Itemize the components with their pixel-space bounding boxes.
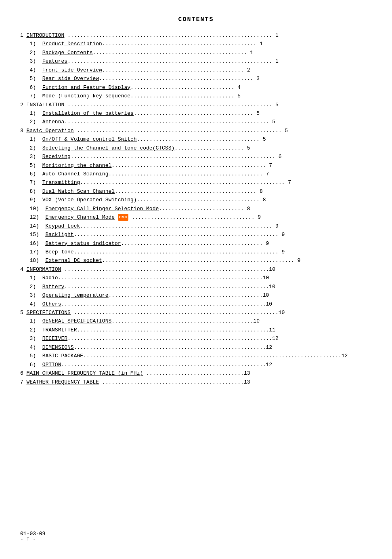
toc-dots: ........................................… [61, 362, 266, 368]
toc-entry[interactable]: 4) Others...............................… [20, 300, 372, 308]
toc-entry[interactable]: 7) Mode (Function) key sequence.........… [20, 92, 372, 100]
toc-entry[interactable]: 12) Emergency Channel Mode EMG .........… [20, 213, 372, 221]
toc-entry[interactable]: 1) Product Description..................… [20, 40, 372, 48]
toc-num: 6) [29, 362, 42, 368]
toc-dots: ...................................... [134, 110, 253, 116]
toc-entry[interactable]: 4 INFORMATION ..........................… [20, 265, 372, 274]
toc-entry[interactable]: 3) Features.............................… [20, 57, 372, 65]
toc-label[interactable]: Monitoring the channel [42, 162, 112, 169]
toc-label[interactable]: TRANSMITTER [42, 327, 77, 333]
toc-label[interactable]: Battery status indicator [45, 240, 121, 247]
toc-entry[interactable]: 14) Keypad Lock.........................… [20, 222, 372, 230]
toc-entry[interactable]: 2) Antenna..............................… [20, 118, 372, 126]
toc-entry[interactable]: 6) Auto Channel Scanning................… [20, 170, 372, 178]
toc-label[interactable]: Others [42, 301, 61, 307]
toc-label[interactable]: Installation of the batteries [42, 110, 134, 116]
toc-label[interactable]: GENERAL SPECIFICATIONS [42, 318, 112, 324]
toc-entry[interactable]: 7) Transmitting.........................… [20, 178, 372, 187]
toc-label[interactable]: Keypad Lock [45, 223, 80, 229]
toc-label[interactable]: Emergency Channel Mode [45, 214, 115, 220]
toc-label[interactable]: Features [42, 58, 67, 64]
toc-label[interactable]: Selecting the Channel and tone code(CTCS… [42, 145, 175, 151]
toc-entry[interactable]: 10) Emergency Call Ringer Selection Mode… [20, 205, 372, 213]
toc-entry[interactable]: 2) Package Contents.....................… [20, 49, 372, 57]
toc-label: BASIC PACKAGE [42, 353, 83, 359]
toc-label[interactable]: Rear side Overview [42, 76, 99, 82]
toc-entry[interactable]: 1) Installation of the batteries........… [20, 109, 372, 118]
toc-page: 5 [244, 145, 250, 151]
toc-label[interactable]: WEATHER FREQUENCY TABLE [27, 379, 99, 385]
toc-label[interactable]: Auto Channel Scanning [42, 171, 109, 177]
toc-num: 6 [20, 370, 27, 376]
toc-label[interactable]: SPECIFICATIONS [27, 310, 71, 316]
toc-entry[interactable]: 18) External DC socket..................… [20, 256, 372, 265]
toc-indent [20, 67, 29, 73]
toc-entry[interactable]: 3) Receiving............................… [20, 152, 372, 161]
toc-entry[interactable]: 5) Rear side Overview...................… [20, 74, 372, 83]
toc-label[interactable]: VOX (Voice Operated Switching) [42, 197, 137, 203]
toc-indent [20, 84, 29, 91]
toc-entry[interactable]: 9) VOX (Voice Operated Switching).......… [20, 196, 372, 204]
toc-entry[interactable]: 3) Operating temperature................… [20, 291, 372, 300]
toc-entry[interactable]: 1 INTRODUCTION .........................… [20, 31, 372, 40]
toc-entry[interactable]: 3) RECEIVER.............................… [20, 334, 372, 343]
toc-entry[interactable]: 3 Basic Operation ......................… [20, 127, 372, 135]
toc-entry[interactable]: 2) Selecting the Channel and tone code(C… [20, 144, 372, 152]
toc-entry[interactable]: 1) On/Off & Volume control Switch.......… [20, 135, 372, 143]
toc-label[interactable]: DIMENSIONS [42, 344, 74, 350]
toc-label[interactable]: INFORMATION [27, 266, 61, 272]
toc-label[interactable]: Backlight [45, 232, 73, 238]
toc-num: 1) [29, 41, 42, 47]
toc-entry[interactable]: 17) Beep tone...........................… [20, 248, 372, 256]
toc-label[interactable]: Transmitting [42, 179, 80, 186]
toc-label[interactable]: Beep tone [45, 249, 73, 255]
toc-page: 1 [256, 41, 263, 47]
toc-entry[interactable]: 6 MAIN CHANNEL FREQUENCY TABLE (in MHz) … [20, 369, 372, 378]
toc-entry[interactable]: 1) Radio................................… [20, 274, 372, 282]
toc-label[interactable]: Basic Operation [27, 128, 74, 134]
toc-num: 4) [29, 344, 42, 350]
toc-label[interactable]: Mode (Function) key sequence [42, 93, 130, 99]
toc-label[interactable]: INTRODUCTION [27, 32, 65, 38]
toc-dots: ........................................… [111, 162, 266, 169]
toc-dots: ........................................… [61, 266, 269, 272]
toc-entry[interactable]: 2 INSTALLATION .........................… [20, 101, 372, 109]
toc-page: 10 [279, 310, 285, 316]
toc-label[interactable]: INSTALLATION [27, 102, 65, 108]
toc-label[interactable]: External DC socket [45, 257, 102, 264]
toc-entry[interactable]: 6) OPTION...............................… [20, 361, 372, 369]
toc-entry[interactable]: 4) DIMENSIONS...........................… [20, 343, 372, 352]
toc-label[interactable]: Function and Feature Display [42, 84, 130, 91]
toc-entry[interactable]: 5) Monitoring the channel...............… [20, 161, 372, 170]
toc-num: 5 [20, 310, 27, 316]
toc-num: 4) [29, 301, 42, 307]
toc-label[interactable]: OPTION [42, 362, 61, 368]
toc-label[interactable]: Product Description [42, 41, 102, 47]
toc-entry[interactable]: 5 SPECIFICATIONS .......................… [20, 308, 372, 317]
toc-entry[interactable]: 2) TRANSMITTER..........................… [20, 326, 372, 334]
toc-entry[interactable]: 5) BASIC PACKAGE........................… [20, 352, 372, 360]
toc-label[interactable]: Receiving [42, 154, 71, 160]
toc-entry[interactable]: 2) Battery..............................… [20, 283, 372, 291]
toc-label[interactable]: RECEIVER [42, 335, 67, 342]
toc-label[interactable]: Emergency Call Ringer Selection Mode [45, 206, 159, 212]
toc-label[interactable]: Antenna [42, 119, 65, 125]
toc-entry[interactable]: 1) GENERAL SPECIFICATIONS...............… [20, 317, 372, 325]
toc-entry[interactable]: 8) Dual Watch Scan Channel..............… [20, 187, 372, 196]
toc-entry[interactable]: 4) Front side Overview..................… [20, 66, 372, 74]
toc-page: 10 [269, 284, 275, 290]
toc-entry[interactable]: 6) Function and Feature Display.........… [20, 83, 372, 92]
toc-label[interactable]: Operating temperature [42, 292, 109, 298]
toc-label[interactable]: Dual Watch Scan Channel [42, 188, 115, 194]
toc-entry[interactable]: 16) Battery status indicator............… [20, 239, 372, 248]
toc-num: 1) [29, 110, 42, 116]
toc-label[interactable]: Radio [42, 275, 58, 281]
toc-entry[interactable]: 15) Backlight...........................… [20, 230, 372, 239]
toc-entry[interactable]: 7 WEATHER FREQUENCY TABLE ..............… [20, 378, 372, 386]
toc-num: 2 [20, 102, 27, 108]
toc-label[interactable]: On/Off & Volume control Switch [42, 136, 137, 142]
toc-label[interactable]: Battery [42, 284, 65, 290]
toc-label[interactable]: Front side Overview [42, 67, 102, 73]
toc-label[interactable]: MAIN CHANNEL FREQUENCY TABLE (in MHz) [27, 370, 143, 376]
toc-label[interactable]: Package Contents [42, 50, 93, 56]
